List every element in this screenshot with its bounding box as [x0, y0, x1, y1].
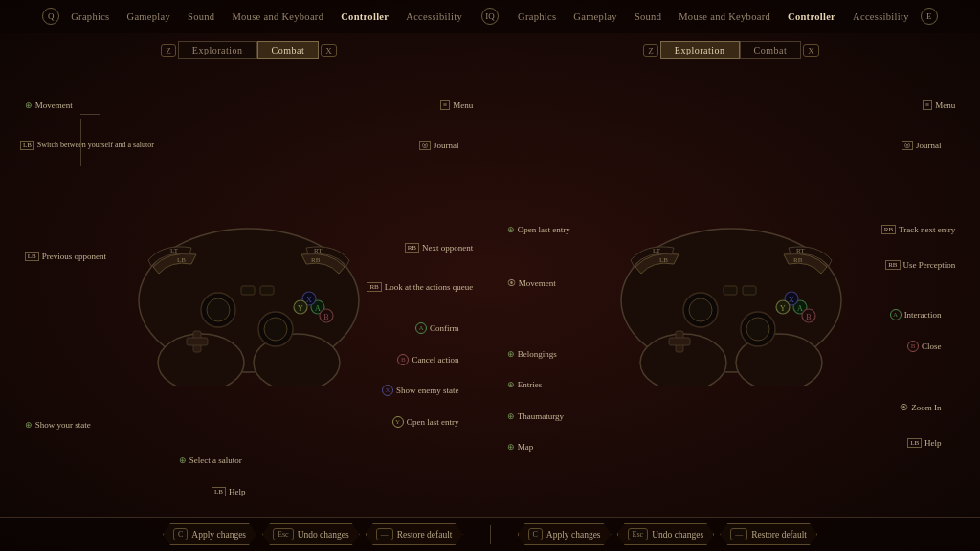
label-help-right: LB Help	[907, 438, 941, 448]
key-c-right: C	[528, 528, 543, 540]
label-menu-right: ≡ Menu	[923, 100, 955, 110]
key-esc-right: Esc	[628, 528, 649, 540]
label-confirm: A Confirm	[415, 322, 459, 334]
label-open-entry: Y Open last entry	[392, 416, 459, 428]
key-dash-right: —	[730, 528, 747, 540]
nav-iq-btn[interactable]: IQ	[481, 8, 499, 25]
tab-combat-left[interactable]: Combat	[257, 41, 320, 59]
undo-changes-label-left: Undo changes	[298, 530, 349, 540]
restore-label-right: Restore default	[751, 530, 807, 540]
apply-changes-left[interactable]: C Apply changes	[163, 523, 256, 545]
bottom-section-right: C Apply changes Esc Undo changes — Resto…	[518, 523, 818, 545]
tab-bar-left: Z Exploration Combat X	[15, 41, 482, 59]
tab-key-z-left: Z	[161, 44, 176, 57]
undo-changes-left[interactable]: Esc Undo changes	[262, 523, 360, 545]
nav-mouse-left[interactable]: Mouse and Keyboard	[224, 10, 331, 24]
nav-accessibility-left[interactable]: Accessibility	[398, 10, 470, 24]
tab-exploration-right[interactable]: Exploration	[660, 41, 740, 59]
controller-left: A B X Y LB RB LT R	[15, 65, 482, 509]
key-esc-left: Esc	[273, 528, 294, 540]
label-cancel: B Cancel action	[397, 354, 458, 365]
label-help-left: LB Help	[212, 487, 245, 496]
nav-controller-left[interactable]: Controller	[333, 10, 396, 24]
labels-right: ≡ Menu ◎ Journal RB Track next entry RB …	[498, 65, 965, 509]
nav-sound-right[interactable]: Sound	[627, 10, 669, 24]
label-use-perception: RB Use Perception	[885, 260, 955, 270]
key-dash-left: —	[376, 528, 393, 540]
nav-graphics-left[interactable]: Graphics	[63, 10, 117, 24]
tab-bar-right: Z Exploration Combat X	[498, 41, 965, 59]
main-content: Z Exploration Combat X	[0, 33, 980, 517]
apply-changes-label-left: Apply changes	[191, 530, 246, 540]
nav-mouse-right[interactable]: Mouse and Keyboard	[671, 10, 778, 24]
apply-changes-label-right: Apply changes	[546, 530, 601, 540]
bottom-bar: C Apply changes Esc Undo changes — Resto…	[0, 517, 980, 551]
label-show-state: ⊕ Show your state	[25, 420, 91, 430]
nav-section-left: Graphics Gameplay Sound Mouse and Keyboa…	[63, 10, 470, 24]
label-open-last: ⊕ Open last entry	[507, 225, 570, 234]
label-switch: LB Switch between yourself and a salutor	[20, 141, 154, 150]
tab-exploration-left[interactable]: Exploration	[178, 41, 257, 59]
line-left-2	[80, 114, 100, 115]
label-actions-queue: RB Look at the actions queue	[367, 282, 473, 292]
nav-accessibility-right[interactable]: Accessibility	[845, 10, 917, 24]
label-movement-right: ⦿ Movement	[507, 278, 556, 288]
label-close: B Close	[907, 341, 942, 352]
label-thaumaturgy: ⊕ Thaumaturgy	[507, 411, 564, 421]
label-next-opponent: RB Next opponent	[405, 243, 474, 253]
panel-left: Z Exploration Combat X	[15, 41, 482, 509]
restore-default-left[interactable]: — Restore default	[366, 523, 463, 545]
label-menu: ≡ Menu	[440, 100, 473, 110]
nav-e-btn[interactable]: E	[921, 8, 938, 25]
panel-right: Z Exploration Combat X	[498, 41, 965, 509]
line-left-1	[80, 119, 81, 166]
controller-right: A B X Y LB RB LT RT	[498, 65, 965, 509]
labels-left: ⊕ Movement LB Switch between yourself an…	[15, 65, 482, 509]
undo-changes-right[interactable]: Esc Undo changes	[617, 523, 715, 545]
label-movement: ⊕ Movement	[25, 100, 73, 110]
tab-combat-right[interactable]: Combat	[740, 41, 802, 59]
apply-changes-right[interactable]: C Apply changes	[518, 523, 612, 545]
nav-gameplay-right[interactable]: Gameplay	[566, 10, 625, 24]
label-journal-right: ◎ Journal	[902, 141, 942, 150]
label-entries: ⊕ Entries	[507, 380, 543, 389]
nav-bar: Q Graphics Gameplay Sound Mouse and Keyb…	[0, 0, 980, 33]
nav-gameplay-left[interactable]: Gameplay	[120, 10, 179, 24]
label-enemy-state: X Show enemy state	[382, 385, 459, 396]
label-select-salutor: ⊕ Select a salutor	[179, 455, 242, 465]
undo-changes-label-right: Undo changes	[652, 530, 703, 540]
nav-section-right: Graphics Gameplay Sound Mouse and Keyboa…	[510, 10, 917, 24]
restore-default-right[interactable]: — Restore default	[720, 523, 817, 545]
bottom-divider	[490, 525, 491, 544]
bottom-section-left: C Apply changes Esc Undo changes — Resto…	[163, 523, 463, 545]
label-track-next: RB Track next entry	[881, 225, 956, 234]
tab-key-x-left: X	[321, 44, 337, 57]
tab-key-x-right: X	[803, 44, 819, 57]
label-belongings: ⊕ Belongings	[507, 349, 557, 359]
nav-sound-left[interactable]: Sound	[180, 10, 222, 24]
nav-controller-right[interactable]: Controller	[780, 10, 843, 24]
nav-q-btn[interactable]: Q	[42, 8, 59, 25]
label-prev-opponent: LB Previous opponent	[25, 252, 106, 261]
label-zoom-in: ⦿ Zoom In	[900, 403, 941, 412]
label-map: ⊕ Map	[507, 442, 534, 452]
tab-key-z-right: Z	[643, 44, 658, 57]
label-interaction: A Interaction	[890, 309, 942, 320]
restore-label-left: Restore default	[397, 530, 453, 540]
nav-graphics-right[interactable]: Graphics	[510, 10, 564, 24]
key-c-left: C	[173, 528, 188, 540]
label-journal: ◎ Journal	[419, 141, 459, 150]
